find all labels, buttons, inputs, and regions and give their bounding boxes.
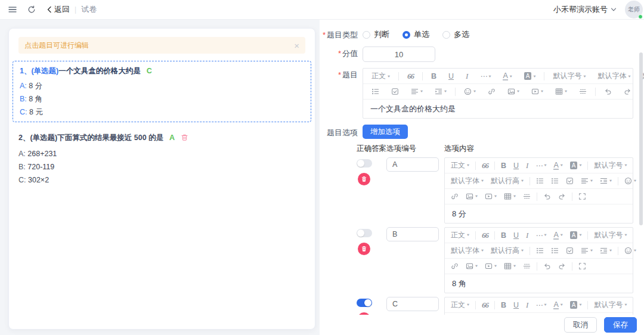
toolbar-emoji[interactable]: ▾ xyxy=(621,175,639,187)
toolbar-blockquote[interactable]: 66 xyxy=(479,299,491,312)
toolbar-italic[interactable]: I xyxy=(523,299,531,312)
toolbar-font-color[interactable]: A▾ xyxy=(550,160,565,172)
toolbar-more-styles[interactable]: ⋯▾ xyxy=(532,229,549,241)
toolbar-bold[interactable]: B xyxy=(498,229,509,241)
option-number-input[interactable] xyxy=(386,157,439,172)
toolbar-bold[interactable]: B xyxy=(498,299,509,311)
option-number-input[interactable] xyxy=(386,297,439,311)
toolbar-image[interactable]: ▾ xyxy=(463,260,481,272)
account-menu[interactable]: 小禾帮演示账号 xyxy=(553,4,617,15)
question-item[interactable]: 2、(单选题)下面算式的结果最接近 500 的是A A: 268+231 B: … xyxy=(18,128,305,189)
delete-option-button[interactable] xyxy=(358,243,370,255)
hamburger-menu-icon[interactable] xyxy=(8,5,17,14)
toolbar-font-size[interactable]: 默认字号▾ xyxy=(548,69,590,83)
toolbar-redo[interactable] xyxy=(619,86,636,97)
correct-answer-toggle[interactable] xyxy=(357,159,372,168)
toolbar-undo[interactable] xyxy=(540,260,554,272)
toolbar-more-styles[interactable]: ⋯▾ xyxy=(532,160,549,172)
toolbar-indent[interactable]: ▾ xyxy=(597,245,615,256)
toolbar-ordered-list[interactable] xyxy=(548,175,562,187)
delete-option-button[interactable] xyxy=(358,173,370,185)
add-option-button[interactable]: 增加选项 xyxy=(363,125,408,139)
toolbar-blockquote[interactable]: 66 xyxy=(402,70,419,83)
toolbar-divider[interactable] xyxy=(574,86,592,97)
toolbar-divider[interactable] xyxy=(520,191,534,202)
toolbar-bullet-list[interactable] xyxy=(533,245,547,256)
toolbar-font-color[interactable]: A▾ xyxy=(498,70,516,82)
toolbar-ordered-list[interactable] xyxy=(548,245,562,256)
toolbar-link[interactable] xyxy=(448,260,462,272)
toolbar-fullscreen[interactable] xyxy=(575,260,589,272)
option-editor-content[interactable]: 8 角 xyxy=(445,274,633,293)
toolbar-highlight-color[interactable]: A▾ xyxy=(519,70,541,82)
toolbar-font-size[interactable]: 默认字号▾ xyxy=(591,159,630,172)
toolbar-table[interactable]: ▾ xyxy=(501,260,519,272)
toolbar-indent[interactable]: ▾ xyxy=(597,175,615,187)
toolbar-link[interactable] xyxy=(448,191,462,202)
toolbar-underline[interactable]: U xyxy=(444,70,459,82)
toolbar-blockquote[interactable]: 66 xyxy=(479,229,491,242)
toolbar-font-size[interactable]: 默认字号▾ xyxy=(591,228,630,242)
toolbar-highlight-color[interactable]: A▾ xyxy=(567,160,585,171)
toolbar-highlight-color[interactable]: A▾ xyxy=(567,299,585,311)
toolbar-underline[interactable]: U xyxy=(510,229,522,241)
toolbar-underline[interactable]: U xyxy=(510,160,522,172)
toolbar-paragraph-style[interactable]: 正文▾ xyxy=(367,69,395,83)
toolbar-underline[interactable]: U xyxy=(510,299,522,311)
radio-single-choice[interactable]: 单选 xyxy=(402,29,429,40)
toolbar-undo[interactable] xyxy=(540,191,554,202)
toolbar-emoji[interactable]: ▾ xyxy=(621,245,639,256)
toolbar-line-height[interactable]: 默认行高▾ xyxy=(488,174,527,188)
cancel-button[interactable]: 取消 xyxy=(564,317,597,333)
toolbar-emoji[interactable]: ▾ xyxy=(459,86,481,97)
toolbar-line-height[interactable]: 默认行高▾ xyxy=(488,244,527,258)
toolbar-more-styles[interactable]: ⋯▾ xyxy=(475,70,496,82)
option-editor-content[interactable]: 8 分 xyxy=(445,204,633,223)
toolbar-font-size[interactable]: 默认字号▾ xyxy=(591,298,630,312)
toolbar-more-styles[interactable]: ⋯▾ xyxy=(532,299,549,311)
radio-judge[interactable]: 判断 xyxy=(363,29,389,40)
toolbar-paragraph-style[interactable]: 正文▾ xyxy=(448,159,472,172)
toolbar-align[interactable]: ▾ xyxy=(578,245,596,256)
toolbar-video[interactable]: ▾ xyxy=(482,191,500,202)
toolbar-image[interactable]: ▾ xyxy=(503,86,524,97)
question-editor-content[interactable]: 一个文具盒的价格大约是 xyxy=(363,100,633,118)
question-item[interactable]: 1、(单选题)一个文具盒的价格大约是C A: 8 分 B: 8 角 C: 8 元 xyxy=(13,61,311,122)
avatar[interactable]: 老师 xyxy=(625,1,643,18)
toolbar-italic[interactable]: I xyxy=(523,159,531,172)
toolbar-font-color[interactable]: A▾ xyxy=(550,299,565,311)
score-input[interactable] xyxy=(363,46,435,62)
refresh-icon[interactable] xyxy=(27,5,36,14)
back-button[interactable]: 返回 xyxy=(47,4,70,15)
toolbar-bold[interactable]: B xyxy=(498,160,509,172)
toolbar-italic[interactable]: I xyxy=(523,229,531,242)
toolbar-table[interactable]: ▾ xyxy=(501,191,519,202)
toolbar-highlight-color[interactable]: A▾ xyxy=(567,229,585,241)
toolbar-align[interactable]: ▾ xyxy=(406,86,428,97)
toolbar-redo[interactable] xyxy=(555,191,569,202)
toolbar-video[interactable]: ▾ xyxy=(482,260,500,272)
toolbar-bold[interactable]: B xyxy=(426,70,441,82)
toolbar-paragraph-style[interactable]: 正文▾ xyxy=(448,298,472,312)
toolbar-font-family[interactable]: 默认字体▾ xyxy=(448,174,487,188)
toolbar-align[interactable]: ▾ xyxy=(578,175,596,187)
toolbar-italic[interactable]: I xyxy=(461,70,473,83)
toolbar-link[interactable] xyxy=(483,86,500,97)
correct-answer-toggle[interactable] xyxy=(357,299,372,307)
toolbar-blockquote[interactable]: 66 xyxy=(479,159,491,172)
toolbar-indent[interactable]: ▾ xyxy=(430,86,451,97)
option-number-input[interactable] xyxy=(386,227,439,241)
scrollbar-thumb[interactable] xyxy=(639,52,643,225)
toolbar-bullet-list[interactable] xyxy=(533,175,547,187)
toolbar-table[interactable]: ▾ xyxy=(550,86,572,97)
toolbar-todo-list[interactable] xyxy=(563,245,577,256)
save-button[interactable]: 保存 xyxy=(604,317,637,333)
toolbar-font-color[interactable]: A▾ xyxy=(550,229,565,241)
toolbar-fullscreen[interactable] xyxy=(575,191,589,202)
toolbar-divider[interactable] xyxy=(520,260,534,272)
close-icon[interactable]: × xyxy=(294,41,299,50)
toolbar-undo[interactable] xyxy=(599,86,617,97)
toolbar-redo[interactable] xyxy=(555,260,569,272)
toolbar-font-family[interactable]: 默认字体▾ xyxy=(593,69,636,83)
toolbar-todo-list[interactable] xyxy=(386,86,404,97)
